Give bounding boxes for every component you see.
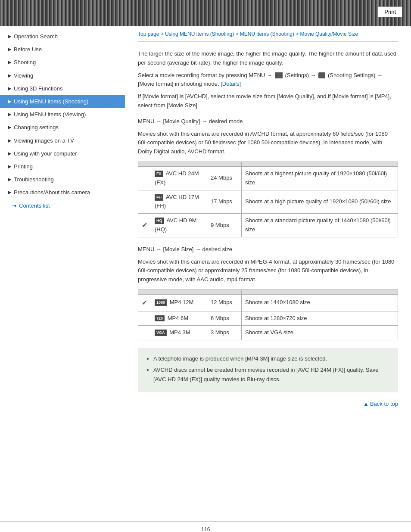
- breadcrumb-sep3: >: [294, 31, 300, 37]
- desc-cell: Shoots at 1440×1080 size: [242, 294, 398, 311]
- mp4-description: Movies shot with this camera are recorde…: [138, 258, 398, 284]
- sidebar-label: Before Use: [14, 46, 42, 53]
- check-cell: ✔: [138, 214, 151, 237]
- desc-cell: Shoots at a high picture quality of 1920…: [242, 190, 398, 214]
- sidebar-label: Viewing: [14, 72, 33, 80]
- avchd-col-mbps: [207, 162, 242, 166]
- sidebar-item-shooting[interactable]: ▶Shooting: [0, 56, 125, 69]
- check-cell: [138, 326, 151, 340]
- sidebar-item-viewing-tv[interactable]: ▶Viewing images on a TV: [0, 134, 125, 147]
- desc-cell: Shoots at 1280×720 size: [242, 311, 398, 326]
- sidebar-label: Using 3D Functions: [14, 85, 62, 93]
- intro-paragraph-2: Select a movie recording format by press…: [138, 71, 398, 89]
- back-to-top: ▲Back to top: [138, 396, 398, 409]
- sidebar-arrow: ▶: [8, 137, 11, 144]
- mbps-cell: 6 Mbps: [207, 311, 242, 326]
- sidebar-arrow: ▶: [8, 163, 11, 170]
- sidebar-arrow: ▶: [8, 189, 11, 196]
- contents-list-link[interactable]: ➜ Contents list: [0, 199, 125, 212]
- breadcrumb-sep1: >: [159, 31, 165, 37]
- sidebar-arrow: ▶: [8, 98, 11, 105]
- print-button[interactable]: Print: [378, 6, 402, 17]
- details-link[interactable]: [Details]: [221, 81, 241, 87]
- sidebar-label: Precautions/About this camera: [14, 189, 90, 196]
- intro-paragraph-1: The larger the size of the movie image, …: [138, 50, 398, 68]
- sidebar-label: Using MENU items (Shooting): [14, 98, 88, 106]
- sidebar-item-operation-search[interactable]: ▶Operation Search: [0, 30, 125, 43]
- mbps-cell: 12 Mbps: [207, 294, 242, 311]
- table-row: ✔ HQ AVC HD 9M (HQ) 9 Mbps Shoots at a s…: [138, 214, 398, 237]
- sidebar-arrow: ▶: [8, 124, 11, 131]
- sidebar-label: Shooting: [14, 59, 36, 66]
- mbps-cell: 24 Mbps: [207, 166, 242, 190]
- table-row: ✔ 1080 MP4 12M 12 Mbps Shoots at 1440×10…: [138, 294, 398, 311]
- badge: VGA: [155, 330, 167, 336]
- header-bar: Print: [0, 0, 411, 26]
- sidebar-item-changing-settings[interactable]: ▶Changing settings: [0, 121, 125, 134]
- footer: 116: [0, 521, 411, 532]
- content-body: The larger the size of the movie image, …: [138, 50, 398, 392]
- avchd-col-desc: [242, 162, 398, 166]
- list-item: AVCHD discs cannot be created from movie…: [153, 365, 390, 384]
- page-number: 116: [201, 526, 210, 532]
- mbps-cell: 9 Mbps: [207, 214, 242, 237]
- sidebar-item-troubleshooting[interactable]: ▶Troubleshooting: [0, 173, 125, 186]
- mbps-cell: 17 Mbps: [207, 190, 242, 214]
- sidebar-item-using-3d[interactable]: ▶Using 3D Functions: [0, 82, 125, 95]
- breadcrumb-sep2: >: [234, 31, 240, 37]
- sidebar-item-using-menu-shooting[interactable]: ▶Using MENU items (Shooting): [0, 95, 125, 108]
- contents-list-arrow: ➜: [12, 202, 17, 209]
- breadcrumb-current: Movie Quality/Movie Size: [300, 31, 358, 37]
- breadcrumb-menu-items[interactable]: MENU items (Shooting): [240, 31, 294, 37]
- intro-paragraph-3: If [Movie format] is [AVCHD], select the…: [138, 92, 398, 110]
- mp4-col-check: [138, 289, 151, 294]
- avchd-description: Movies shot with this camera are recorde…: [138, 130, 398, 156]
- avchd-section-heading: MENU → [Movie Quality] → desired mode: [138, 117, 398, 126]
- mode-cell: 1080 MP4 12M: [151, 294, 207, 311]
- sidebar-item-precautions[interactable]: ▶Precautions/About this camera: [0, 186, 125, 199]
- back-to-top-link[interactable]: ▲Back to top: [363, 401, 398, 407]
- badge: FX: [155, 171, 163, 177]
- mp4-col-mode: [151, 289, 207, 294]
- check-cell: ✔: [138, 294, 151, 311]
- breadcrumb-using-menu[interactable]: Using MENU items (Shooting): [165, 31, 234, 37]
- main-container: ▶Operation Search▶Before Use▶Shooting▶Vi…: [0, 26, 411, 521]
- settings-icon: [275, 72, 283, 78]
- desc-cell: Shoots at a highest picture quality of 1…: [242, 166, 398, 190]
- badge: 720: [155, 315, 165, 322]
- table-row: FX AVC HD 24M (FX) 24 Mbps Shoots at a h…: [138, 166, 398, 190]
- check-cell: [138, 190, 151, 214]
- sidebar-item-using-menu-viewing[interactable]: ▶Using MENU items (Viewing): [0, 108, 125, 121]
- sidebar-label: Operation Search: [14, 33, 58, 40]
- sidebar-label: Printing: [14, 163, 33, 171]
- sidebar-arrow: ▶: [8, 33, 11, 40]
- notes-list: A telephoto image is produced when [MP4 …: [146, 354, 390, 384]
- avchd-table: FX AVC HD 24M (FX) 24 Mbps Shoots at a h…: [138, 162, 398, 237]
- table-row: FH AVC HD 17M (FH) 17 Mbps Shoots at a h…: [138, 190, 398, 214]
- sidebar-label: Viewing images on a TV: [14, 137, 74, 145]
- sidebar-label: Changing settings: [14, 124, 59, 131]
- badge: FH: [155, 194, 163, 201]
- avchd-col-mode: [151, 162, 207, 166]
- sidebar-arrow: ▶: [8, 59, 11, 65]
- desc-cell: Shoots at VGA size: [242, 326, 398, 340]
- badge: 1080: [155, 299, 167, 306]
- note-box: A telephoto image is produced when [MP4 …: [138, 348, 398, 392]
- sidebar-item-using-computer[interactable]: ▶Using with your computer: [0, 147, 125, 160]
- sidebar-label: Using MENU items (Viewing): [14, 111, 86, 118]
- back-to-top-label: Back to top: [370, 401, 398, 407]
- mp4-col-mbps: [207, 289, 242, 294]
- sidebar-item-viewing[interactable]: ▶Viewing: [0, 69, 125, 82]
- sidebar-arrow: ▶: [8, 46, 11, 53]
- sidebar-label: Using with your computer: [14, 150, 77, 158]
- sidebar-arrow: ▶: [8, 85, 11, 92]
- mbps-cell: 3 Mbps: [207, 326, 242, 340]
- sidebar-arrow: ▶: [8, 176, 11, 183]
- table-row: VGA MP4 3M 3 Mbps Shoots at VGA size: [138, 326, 398, 340]
- sidebar: ▶Operation Search▶Before Use▶Shooting▶Vi…: [0, 26, 125, 521]
- sidebar-item-before-use[interactable]: ▶Before Use: [0, 43, 125, 56]
- breadcrumb-top-page[interactable]: Top page: [138, 31, 159, 37]
- sidebar-item-printing[interactable]: ▶Printing: [0, 160, 125, 173]
- mp4-table: ✔ 1080 MP4 12M 12 Mbps Shoots at 1440×10…: [138, 289, 398, 340]
- mode-cell: VGA MP4 3M: [151, 326, 207, 340]
